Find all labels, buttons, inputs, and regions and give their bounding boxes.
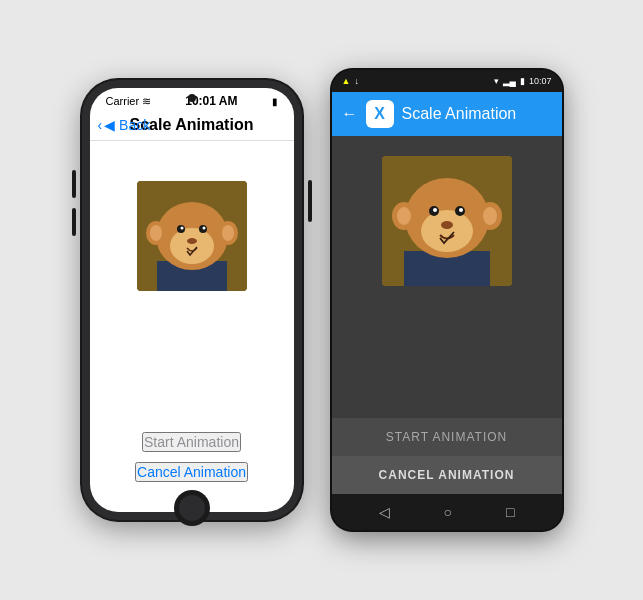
android-nav-recent-icon[interactable]: □ — [506, 504, 514, 520]
android-status-bar: ▲ ↓ ▾ ▂▄ ▮ 10:07 — [332, 70, 562, 92]
signal-icon: ▂▄ — [503, 76, 516, 86]
svg-point-6 — [222, 225, 234, 241]
svg-point-20 — [421, 210, 473, 252]
svg-point-5 — [150, 225, 162, 241]
ios-volume-down-button — [72, 208, 76, 236]
svg-point-25 — [441, 221, 453, 229]
ios-battery: ▮ — [272, 96, 278, 107]
ios-home-button[interactable] — [174, 490, 210, 526]
download-icon: ↓ — [354, 76, 359, 86]
android-status-left-icons: ▲ ↓ — [342, 76, 359, 86]
android-buttons-area: START ANIMATION CANCEL ANIMATION — [332, 418, 562, 494]
android-cancel-button[interactable]: CANCEL ANIMATION — [332, 456, 562, 494]
android-toolbar: ← X Scale Animation — [332, 92, 562, 136]
svg-point-10 — [180, 227, 183, 230]
ios-volume-up-button — [72, 170, 76, 198]
android-app-icon: X — [366, 100, 394, 128]
svg-point-19 — [483, 207, 497, 225]
ios-nav-bar: ‹ ◀ Back Scale Animation — [90, 110, 294, 141]
ios-action-buttons: Start Animation Cancel Animation — [90, 432, 294, 482]
ios-start-button[interactable]: Start Animation — [142, 432, 241, 452]
app-logo-x: X — [374, 105, 385, 123]
android-start-button[interactable]: START ANIMATION — [332, 418, 562, 456]
ios-back-label: ◀ Back — [104, 117, 150, 133]
ios-cancel-button[interactable]: Cancel Animation — [135, 462, 248, 482]
android-time: 10:07 — [529, 76, 552, 86]
android-status-right-icons: ▾ ▂▄ ▮ 10:07 — [494, 76, 552, 86]
ios-home-inner — [179, 495, 205, 521]
android-nav-home-icon[interactable]: ○ — [444, 504, 452, 520]
ios-content: Start Animation Cancel Animation — [90, 141, 294, 512]
ios-back-button[interactable]: ‹ ◀ Back — [98, 117, 151, 133]
warning-icon: ▲ — [342, 76, 351, 86]
android-screen: ← X Scale Animation — [332, 92, 562, 494]
ios-camera — [188, 94, 196, 102]
battery-icon: ▮ — [272, 96, 278, 107]
svg-point-24 — [459, 208, 463, 212]
svg-point-12 — [187, 238, 197, 244]
ios-monkey-image — [137, 181, 247, 291]
android-nav-back-icon[interactable]: ◁ — [379, 504, 390, 520]
svg-point-18 — [397, 207, 411, 225]
svg-point-23 — [433, 208, 437, 212]
ios-power-button — [308, 180, 312, 222]
ios-screen: Carrier ≋ 10:01 AM ▮ ‹ ◀ Back Scale Anim… — [90, 88, 294, 512]
android-phone: ▲ ↓ ▾ ▂▄ ▮ 10:07 ← X Scale Animation — [332, 70, 562, 530]
ios-phone: Carrier ≋ 10:01 AM ▮ ‹ ◀ Back Scale Anim… — [82, 80, 302, 520]
battery-icon: ▮ — [520, 76, 525, 86]
svg-point-7 — [170, 228, 214, 264]
wifi-icon: ▾ — [494, 76, 499, 86]
svg-point-11 — [202, 227, 205, 230]
android-nav-title: Scale Animation — [402, 105, 517, 123]
android-nav-bar: ◁ ○ □ — [332, 494, 562, 530]
ios-back-chevron: ‹ — [98, 117, 103, 133]
android-monkey-image — [382, 156, 512, 286]
android-back-button[interactable]: ← — [342, 105, 358, 123]
ios-carrier: Carrier ≋ — [106, 95, 152, 108]
ios-wifi-icon: ≋ — [142, 95, 151, 107]
android-content — [332, 136, 562, 418]
